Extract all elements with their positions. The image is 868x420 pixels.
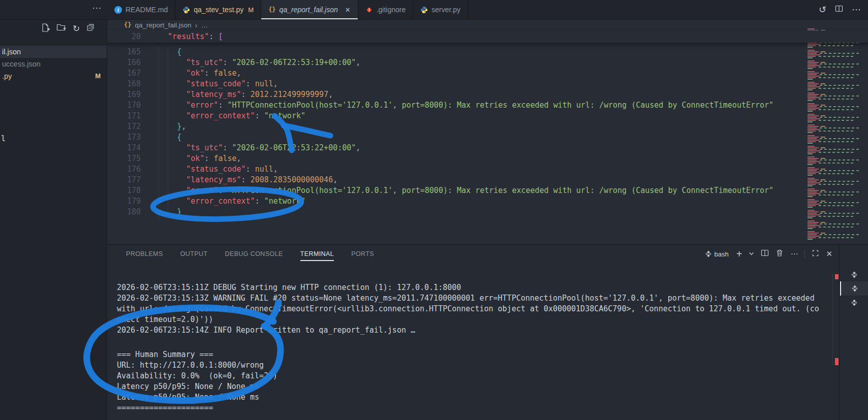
sticky-scroll-line[interactable]: 20 "results": [ [107,30,868,43]
terminal-list-separator [839,245,840,420]
editor-line-180: 180 } [107,207,805,217]
editor-line-169: 169 "latency_ms": 2012.212499999997, [107,89,805,100]
panel-tab-debug-console[interactable]: DEBUG CONSOLE [225,245,283,263]
minimap-block [805,145,863,156]
new-terminal-icon[interactable]: + [736,248,742,260]
explorer-sidebar: ↻ il.jsonuccess.json.pyMl [0,19,107,420]
kill-terminal-icon[interactable] [776,249,784,259]
code-editor[interactable]: 165 {166 "ts_utc": "2026-02-06T22:53:19+… [107,43,805,244]
line-number: 180 [107,207,141,217]
minimap-block [805,220,863,231]
line-number: 171 [107,111,141,121]
panel-tab-ports[interactable]: PORTS [351,245,374,263]
more-actions-icon[interactable]: ⋯ [92,2,102,14]
refresh-icon[interactable]: ↻ [73,23,80,34]
tab-.gitignore[interactable]: .gitignore [358,0,414,19]
line-number: 177 [107,175,141,185]
bash-icon [851,284,859,293]
tab-README.md[interactable]: iREADME.md [107,0,175,19]
file-item-il.json[interactable]: il.json [0,46,107,58]
svg-split [761,249,769,257]
tab-qa_report_fail.json[interactable]: {}qa_report_fail.json✕ [261,0,358,19]
code-line: "error": "HTTPConnectionPool(host='127.0… [141,100,773,111]
collapse-all-icon[interactable] [86,23,95,34]
chevron-right-icon: › [195,21,198,29]
minimap-block [805,188,863,199]
maximize-panel-icon[interactable] [812,249,819,259]
split-terminal-icon[interactable] [761,249,769,259]
shell-indicator[interactable]: bash [704,250,730,258]
file-item-partial[interactable]: l [1,134,6,143]
modified-badge: M [95,70,101,82]
line-number: 176 [107,164,141,175]
terminal-instance[interactable] [840,296,868,309]
code-line: "error_context": "network" [141,111,305,121]
code-line: "ok": false, [141,153,241,164]
code-line: "status_code": null, [141,164,278,175]
python-icon [182,6,190,14]
new-folder-icon[interactable] [56,23,67,34]
file-item-uccess.json[interactable]: uccess.json [0,58,107,70]
minimap-block [805,49,863,60]
terminal-scrollbar-track[interactable] [832,274,833,365]
more-actions-icon[interactable]: ⋯ [790,249,798,259]
terminal-instance[interactable] [840,281,868,296]
minimap-block [805,156,863,167]
line-number: 172 [107,121,141,132]
code-line: { [141,47,181,57]
close-icon[interactable]: ✕ [345,6,351,14]
terminal-instance-list [840,268,868,309]
minimap[interactable] [805,28,863,241]
breadcrumb-file[interactable]: qa_report_fail.json [135,21,191,29]
minimap-block [805,124,863,135]
editor-line-171: 171 "error_context": "network" [107,111,805,121]
panel-tab-output[interactable]: OUTPUT [180,245,208,263]
file-label: uccess.json [2,60,41,68]
editor-line-168: 168 "status_code": null, [107,79,805,89]
editor-line-166: 166 "ts_utc": "2026-02-06T22:53:19+00:00… [107,57,805,68]
tab-qa_stev_test.py[interactable]: qa_stev_test.pyM [175,0,261,19]
minimap-block [805,135,863,145]
svg-trash [776,249,784,257]
terminal-instance[interactable] [840,268,868,281]
line-number: 168 [107,79,141,89]
breadcrumb[interactable]: {} qa_report_fail.json › … [107,19,868,30]
minimap-block [805,113,863,124]
bottom-panel: PROBLEMSOUTPUTDEBUG CONSOLETERMINALPORTS… [107,244,868,420]
breadcrumb-more[interactable]: … [201,21,208,29]
bash-icon [850,271,858,279]
code-line: } [141,207,181,217]
timeline-icon[interactable]: ↺ [819,4,826,15]
panel-tab-problems[interactable]: PROBLEMS [126,245,163,263]
gitignore-icon [365,6,373,14]
close-panel-icon[interactable]: ✕ [826,249,832,259]
file-label: .py [2,72,12,80]
panel-tab-terminal[interactable]: TERMINAL [300,245,334,263]
separator [804,250,805,258]
tab-server.py[interactable]: server.py [413,0,468,19]
shell-label: bash [715,250,729,258]
line-number: 178 [107,185,141,196]
terminal-summary-output[interactable]: === Human Summary === URL: http://127.0.… [117,349,277,413]
split-editor-icon[interactable] [835,5,843,15]
new-file-icon[interactable] [41,23,50,35]
more-actions-icon[interactable]: ⋯ [852,4,861,15]
terminal-log-output[interactable]: 2026-02-06T23:15:11Z DEBUG Starting new … [117,282,819,336]
editor-actions: ↺⋯ [819,0,861,19]
indent-guide [168,47,168,219]
minimap-block [805,71,863,81]
editor-line-177: 177 "latency_ms": 2008.2835000000046, [107,175,805,185]
tab-bar-left-area: ⋯ [0,0,107,19]
minimap-block [805,177,863,188]
line-number: 20 [107,31,141,42]
editor-line-167: 167 "ok": false, [107,68,805,79]
launch-profile-chevron-icon[interactable] [749,249,754,259]
minimap-block [805,167,863,177]
file-item-.py[interactable]: .pyM [0,70,107,82]
tab-strip: iREADME.mdqa_stev_test.pyM{}qa_report_fa… [107,0,468,19]
code-line: "ok": false, [141,68,241,79]
bash-icon [704,250,712,258]
python-icon [420,6,428,14]
editor-line-175: 175 "ok": false, [107,153,805,164]
editor-group: {} qa_report_fail.json › … 20 "results":… [107,19,868,244]
